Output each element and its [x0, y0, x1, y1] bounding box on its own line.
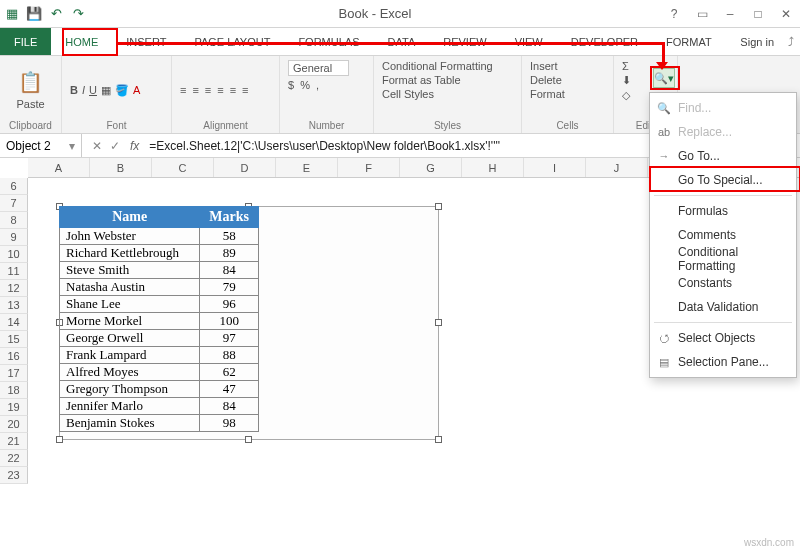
row-header[interactable]: 19: [0, 399, 28, 416]
table-cell: Jennifer Marlo: [60, 398, 200, 415]
col-header[interactable]: I: [524, 158, 586, 177]
menu-goto-special[interactable]: Go To Special...: [650, 168, 796, 192]
row-header[interactable]: 11: [0, 263, 28, 280]
col-header[interactable]: H: [462, 158, 524, 177]
ribbon-display-icon[interactable]: ▭: [692, 7, 712, 21]
currency-icon[interactable]: $: [288, 79, 294, 91]
italic-button[interactable]: I: [82, 84, 85, 96]
enter-icon[interactable]: ✓: [110, 139, 120, 153]
row-header[interactable]: 21: [0, 433, 28, 450]
tab-file[interactable]: FILE: [0, 28, 51, 55]
fill-color-icon[interactable]: 🪣: [115, 84, 129, 97]
row-headers: 67891011121314151617181920212223: [0, 178, 28, 484]
table-row: Frank Lampard88: [60, 347, 259, 364]
col-header[interactable]: D: [214, 158, 276, 177]
comma-icon[interactable]: ,: [316, 79, 319, 91]
bold-button[interactable]: B: [70, 84, 78, 96]
align-right-icon[interactable]: ≡: [242, 84, 248, 96]
row-header[interactable]: 12: [0, 280, 28, 297]
row-header[interactable]: 7: [0, 195, 28, 212]
menu-conditional-formatting[interactable]: Conditional Formatting: [650, 247, 796, 271]
cancel-icon[interactable]: ✕: [92, 139, 102, 153]
table-cell: Morne Morkel: [60, 313, 200, 330]
group-label: Cells: [530, 120, 605, 131]
table-cell: 79: [200, 279, 259, 296]
conditional-formatting-button[interactable]: Conditional Formatting: [382, 60, 493, 72]
number-format-dropdown[interactable]: General: [288, 60, 349, 76]
row-header[interactable]: 20: [0, 416, 28, 433]
row-header[interactable]: 16: [0, 348, 28, 365]
menu-data-validation[interactable]: Data Validation: [650, 295, 796, 319]
row-header[interactable]: 22: [0, 450, 28, 467]
col-header[interactable]: J: [586, 158, 648, 177]
tab-home[interactable]: HOME: [51, 28, 112, 55]
table-cell: Frank Lampard: [60, 347, 200, 364]
help-icon[interactable]: ?: [664, 7, 684, 21]
close-icon[interactable]: ✕: [776, 7, 796, 21]
row-header[interactable]: 13: [0, 297, 28, 314]
paste-button[interactable]: Paste: [16, 98, 44, 110]
format-button[interactable]: Format: [530, 88, 565, 100]
minimize-icon[interactable]: –: [720, 7, 740, 21]
row-header[interactable]: 6: [0, 178, 28, 195]
menu-replace[interactable]: abReplace...: [650, 120, 796, 144]
maximize-icon[interactable]: □: [748, 7, 768, 21]
col-header[interactable]: A: [28, 158, 90, 177]
resize-handle[interactable]: [245, 436, 252, 443]
sign-in[interactable]: Sign in: [732, 28, 782, 55]
row-header[interactable]: 14: [0, 314, 28, 331]
menu-constants[interactable]: Constants: [650, 271, 796, 295]
row-header[interactable]: 10: [0, 246, 28, 263]
insert-button[interactable]: Insert: [530, 60, 558, 72]
name-box[interactable]: Object 2▾: [0, 134, 82, 157]
border-icon[interactable]: ▦: [101, 84, 111, 97]
menu-goto[interactable]: →Go To...: [650, 144, 796, 168]
row-header[interactable]: 17: [0, 365, 28, 382]
undo-icon[interactable]: ↶: [48, 6, 64, 22]
autosum-icon[interactable]: Σ: [622, 60, 629, 72]
row-header[interactable]: 18: [0, 382, 28, 399]
align-top-icon[interactable]: ≡: [180, 84, 186, 96]
format-as-table-button[interactable]: Format as Table: [382, 74, 461, 86]
align-middle-icon[interactable]: ≡: [192, 84, 198, 96]
resize-handle[interactable]: [435, 319, 442, 326]
fx-icon[interactable]: fx: [130, 139, 145, 153]
resize-handle[interactable]: [56, 436, 63, 443]
row-header[interactable]: 23: [0, 467, 28, 484]
paste-icon[interactable]: 📋: [18, 70, 43, 94]
clear-icon[interactable]: ◇: [622, 89, 630, 102]
menu-comments[interactable]: Comments: [650, 223, 796, 247]
font-color-icon[interactable]: A: [133, 84, 140, 96]
table-row: Benjamin Stokes98: [60, 415, 259, 432]
resize-handle[interactable]: [435, 203, 442, 210]
menu-select-objects[interactable]: ⭯Select Objects: [650, 326, 796, 350]
align-center-icon[interactable]: ≡: [230, 84, 236, 96]
underline-button[interactable]: U: [89, 84, 97, 96]
row-header[interactable]: 15: [0, 331, 28, 348]
menu-formulas[interactable]: Formulas: [650, 199, 796, 223]
col-header[interactable]: E: [276, 158, 338, 177]
table-cell: Richard Kettlebrough: [60, 245, 200, 262]
menu-selection-pane[interactable]: ▤Selection Pane...: [650, 350, 796, 374]
col-header[interactable]: C: [152, 158, 214, 177]
col-header[interactable]: G: [400, 158, 462, 177]
percent-icon[interactable]: %: [300, 79, 310, 91]
fill-icon[interactable]: ⬇: [622, 74, 631, 87]
quick-access-toolbar: ▦ 💾 ↶ ↷: [4, 6, 86, 22]
delete-button[interactable]: Delete: [530, 74, 562, 86]
save-icon[interactable]: 💾: [26, 6, 42, 22]
table-cell: 97: [200, 330, 259, 347]
resize-handle[interactable]: [435, 436, 442, 443]
redo-icon[interactable]: ↷: [70, 6, 86, 22]
col-header[interactable]: B: [90, 158, 152, 177]
align-left-icon[interactable]: ≡: [217, 84, 223, 96]
row-header[interactable]: 9: [0, 229, 28, 246]
menu-find[interactable]: 🔍Find...: [650, 96, 796, 120]
replace-icon: ab: [656, 126, 672, 138]
cell-styles-button[interactable]: Cell Styles: [382, 88, 434, 100]
align-bottom-icon[interactable]: ≡: [205, 84, 211, 96]
col-header[interactable]: F: [338, 158, 400, 177]
menu-separator: [654, 322, 792, 323]
row-header[interactable]: 8: [0, 212, 28, 229]
share-icon[interactable]: ⤴: [782, 28, 800, 55]
